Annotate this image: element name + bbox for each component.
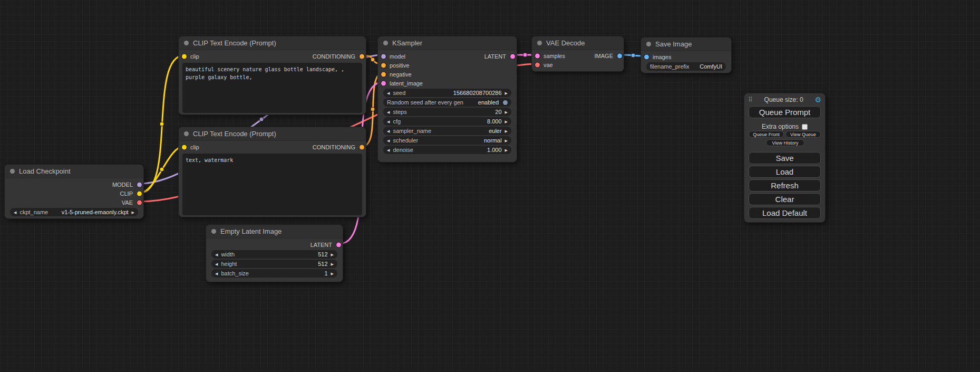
widget-filename-prefix[interactable]: filename_prefix ComfyUI [646,62,726,71]
input-port-latent-image[interactable] [381,81,386,85]
increment-arrow-icon[interactable]: ▶ [505,129,508,133]
wire-midpoint-dot [631,53,635,58]
widget-random-seed-toggle[interactable]: Random seed after every gen enabled [383,98,511,107]
widget-scheduler[interactable]: ◀ scheduler normal ▶ [383,136,511,145]
load-default-button[interactable]: Load Default [749,207,821,219]
output-port-latent[interactable] [510,54,515,59]
widget-cfg[interactable]: ◀ cfg 8.000 ▶ [383,117,511,126]
drag-handle-icon[interactable]: ⠿ [748,97,753,103]
output-label-model: MODEL [112,182,133,188]
increment-arrow-icon[interactable]: ▶ [331,262,334,266]
output-port-conditioning[interactable] [360,54,364,59]
increment-arrow-icon[interactable]: ▶ [505,120,508,123]
toggle-indicator-icon[interactable] [503,100,508,105]
output-port-vae[interactable] [137,200,142,205]
input-port-vae[interactable] [535,62,540,67]
output-port-latent[interactable] [336,242,341,247]
node-title-bar[interactable]: CLIP Text Encode (Prompt) [179,127,366,141]
port-row-clip-conditioning: clip CONDITIONING [179,142,366,151]
load-button[interactable]: Load [749,166,821,178]
collapse-dot[interactable] [383,41,388,45]
widget-steps[interactable]: ◀ steps 20 ▶ [383,108,511,116]
increment-arrow-icon[interactable]: ▶ [505,148,508,152]
node-clip-text-encode-positive[interactable]: CLIP Text Encode (Prompt) clip CONDITION… [178,36,366,115]
input-port-images[interactable] [644,54,649,59]
widget-height[interactable]: ◀ height 512 ▶ [211,260,337,268]
increment-arrow-icon[interactable]: ▶ [505,110,508,114]
increment-arrow-icon[interactable]: ▶ [505,139,508,142]
refresh-button[interactable]: Refresh [749,179,821,192]
widget-denoise[interactable]: ◀ denoise 1.000 ▶ [383,146,511,154]
node-save-image[interactable]: Save Image images filename_prefix ComfyU… [641,37,732,73]
input-label-clip: clip [190,144,199,150]
graph-canvas[interactable]: Load Checkpoint MODEL CLIP VAE ◀ ckpt_na… [0,0,980,372]
output-label-clip: CLIP [120,190,133,197]
view-queue-button[interactable]: View Queue [785,131,821,138]
node-title-bar[interactable]: Load Checkpoint [5,165,143,178]
node-title-bar[interactable]: CLIP Text Encode (Prompt) [179,36,366,50]
node-vae-decode[interactable]: VAE Decode samples IMAGE vae [531,36,624,72]
decrement-arrow-icon[interactable]: ◀ [387,110,390,114]
input-label-positive: positive [390,62,409,69]
decrement-arrow-icon[interactable]: ◀ [14,211,16,214]
decrement-arrow-icon[interactable]: ◀ [387,91,390,95]
positive-prompt-text-input[interactable]: beautiful scenery nature glass bottle la… [182,63,362,113]
node-title-bar[interactable]: VAE Decode [532,36,624,50]
widget-ckpt-name[interactable]: ◀ ckpt_name v1-5-pruned-emaonly.ckpt ▶ [10,208,138,216]
output-port-clip[interactable] [137,191,142,196]
collapse-dot[interactable] [537,41,542,45]
widget-label: scheduler [393,137,418,144]
widget-seed[interactable]: ◀ seed 156680208700286 ▶ [383,89,511,97]
widget-batch-size[interactable]: ◀ batch_size 1 ▶ [211,269,337,278]
collapse-dot[interactable] [646,42,651,46]
node-title: KSampler [392,39,422,47]
decrement-arrow-icon[interactable]: ◀ [215,272,218,275]
input-port-negative[interactable] [381,72,386,77]
increment-arrow-icon[interactable]: ▶ [132,211,134,214]
decrement-arrow-icon[interactable]: ◀ [215,262,218,266]
output-port-conditioning[interactable] [360,145,364,149]
output-label-conditioning: CONDITIONING [313,53,355,60]
output-label-vae: VAE [122,199,133,206]
node-title: Empty Latent Image [220,227,282,235]
save-button[interactable]: Save [749,152,821,164]
input-port-clip[interactable] [182,54,187,59]
decrement-arrow-icon[interactable]: ◀ [215,253,218,256]
input-port-clip[interactable] [182,145,187,149]
node-load-checkpoint[interactable]: Load Checkpoint MODEL CLIP VAE ◀ ckpt_na… [4,164,144,219]
collapse-dot[interactable] [10,169,15,174]
widget-width[interactable]: ◀ width 512 ▶ [211,250,337,259]
queue-prompt-button[interactable]: Queue Prompt [749,106,821,118]
input-port-positive[interactable] [381,63,386,68]
node-ksampler[interactable]: KSampler model LATENT positive negative … [377,36,517,163]
node-empty-latent-image[interactable]: Empty Latent Image LATENT ◀ width 512 ▶ … [206,224,343,282]
increment-arrow-icon[interactable]: ▶ [331,253,334,256]
decrement-arrow-icon[interactable]: ◀ [387,129,390,133]
widget-label: Random seed after every gen [387,99,463,106]
widget-value: normal [484,137,502,144]
output-port-image[interactable] [617,53,622,58]
negative-prompt-text-input[interactable]: text, watermark [182,154,362,215]
view-history-button[interactable]: View History [766,139,804,146]
decrement-arrow-icon[interactable]: ◀ [387,148,390,152]
decrement-arrow-icon[interactable]: ◀ [387,139,390,142]
extra-options-checkbox[interactable] [802,124,808,130]
collapse-dot[interactable] [184,41,189,45]
node-title-bar[interactable]: Save Image [641,37,731,51]
collapse-dot[interactable] [184,131,189,136]
node-title-bar[interactable]: KSampler [378,36,517,50]
output-port-model[interactable] [137,182,142,187]
increment-arrow-icon[interactable]: ▶ [505,91,508,95]
node-clip-text-encode-negative[interactable]: CLIP Text Encode (Prompt) clip CONDITION… [178,127,366,217]
settings-gear-icon[interactable]: ⚙ [814,96,821,103]
input-port-model[interactable] [381,54,386,59]
clear-button[interactable]: Clear [749,193,821,205]
widget-sampler-name[interactable]: ◀ sampler_name euler ▶ [383,127,511,135]
decrement-arrow-icon[interactable]: ◀ [387,120,390,123]
node-title-bar[interactable]: Empty Latent Image [206,225,343,239]
input-port-samples[interactable] [535,53,540,58]
widget-label: height [221,261,237,267]
queue-front-button[interactable]: Queue Front [749,131,784,138]
increment-arrow-icon[interactable]: ▶ [331,272,334,275]
collapse-dot[interactable] [211,229,216,234]
